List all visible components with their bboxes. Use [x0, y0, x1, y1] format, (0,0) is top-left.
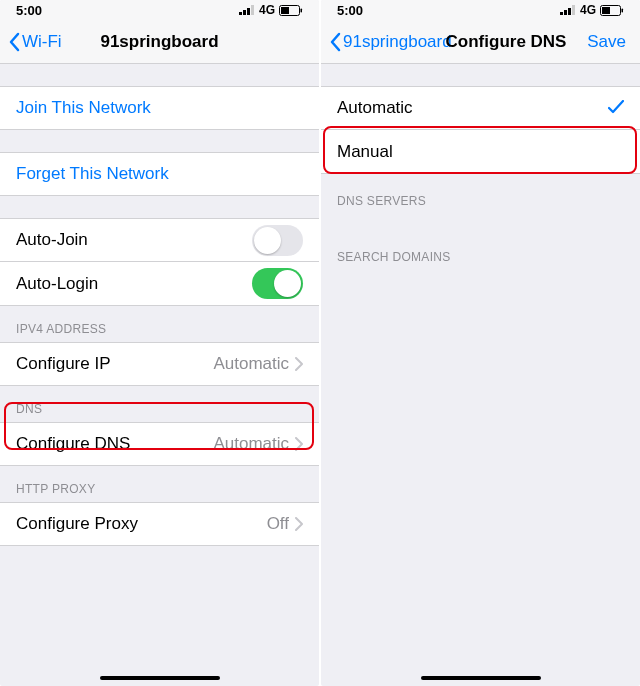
configure-ip-row[interactable]: Configure IP Automatic: [0, 342, 319, 386]
status-time: 5:00: [16, 3, 42, 18]
home-indicator[interactable]: [421, 676, 541, 680]
svg-rect-8: [564, 10, 567, 15]
option-automatic-label: Automatic: [337, 98, 413, 118]
join-network-button[interactable]: Join This Network: [0, 86, 319, 130]
signal-icon: [560, 5, 576, 15]
configure-proxy-value: Off: [267, 514, 289, 534]
save-button[interactable]: Save: [587, 32, 632, 52]
option-automatic[interactable]: Automatic: [321, 86, 640, 130]
chevron-right-icon: [295, 357, 303, 371]
status-right: 4G: [560, 3, 624, 17]
status-bar: 5:00 4G: [321, 0, 640, 20]
network-label: 4G: [259, 3, 275, 17]
dns-servers-header: DNS SERVERS: [321, 174, 640, 216]
svg-rect-12: [602, 7, 610, 14]
autojoin-row: Auto-Join: [0, 218, 319, 262]
autojoin-label: Auto-Join: [16, 230, 88, 250]
configure-dns-row[interactable]: Configure DNS Automatic: [0, 422, 319, 466]
svg-rect-5: [281, 7, 289, 14]
back-label: Wi-Fi: [22, 32, 62, 52]
svg-rect-7: [560, 12, 563, 15]
svg-rect-0: [239, 12, 242, 15]
page-title: 91springboard: [100, 32, 218, 52]
chevron-left-icon: [329, 32, 341, 52]
configure-proxy-label: Configure Proxy: [16, 514, 138, 534]
svg-rect-9: [568, 8, 571, 15]
dns-header: DNS: [0, 386, 319, 422]
configure-proxy-row[interactable]: Configure Proxy Off: [0, 502, 319, 546]
ipv4-header: IPV4 ADDRESS: [0, 306, 319, 342]
home-indicator[interactable]: [100, 676, 220, 680]
option-manual-label: Manual: [337, 142, 393, 162]
configure-dns-value: Automatic: [213, 434, 289, 454]
autojoin-toggle[interactable]: [252, 225, 303, 256]
search-domains-header: SEARCH DOMAINS: [321, 230, 640, 272]
page-title: Configure DNS: [446, 32, 567, 52]
svg-rect-1: [243, 10, 246, 15]
forget-label: Forget This Network: [16, 164, 169, 184]
status-bar: 5:00 4G: [0, 0, 319, 20]
chevron-right-icon: [295, 517, 303, 531]
autologin-toggle[interactable]: [252, 268, 303, 299]
configure-ip-label: Configure IP: [16, 354, 111, 374]
forget-network-button[interactable]: Forget This Network: [0, 152, 319, 196]
chevron-left-icon: [8, 32, 20, 52]
status-time: 5:00: [337, 3, 363, 18]
signal-icon: [239, 5, 255, 15]
checkmark-icon: [608, 98, 624, 119]
status-right: 4G: [239, 3, 303, 17]
autologin-label: Auto-Login: [16, 274, 98, 294]
svg-rect-3: [251, 5, 254, 15]
navigation-bar: 91springboard Configure DNS Save: [321, 20, 640, 64]
svg-rect-6: [301, 8, 303, 12]
proxy-header: HTTP PROXY: [0, 466, 319, 502]
configure-dns-label: Configure DNS: [16, 434, 130, 454]
autologin-row: Auto-Login: [0, 262, 319, 306]
phone-right: 5:00 4G 91springboard Configure DNS Save…: [321, 0, 640, 686]
network-label: 4G: [580, 3, 596, 17]
option-manual[interactable]: Manual: [321, 130, 640, 174]
join-label: Join This Network: [16, 98, 151, 118]
back-button[interactable]: 91springboard: [329, 32, 452, 52]
phone-left: 5:00 4G Wi-Fi 91springboard Join This Ne…: [0, 0, 319, 686]
configure-ip-value: Automatic: [213, 354, 289, 374]
navigation-bar: Wi-Fi 91springboard: [0, 20, 319, 64]
battery-icon: [279, 5, 303, 16]
back-label: 91springboard: [343, 32, 452, 52]
battery-icon: [600, 5, 624, 16]
svg-rect-10: [572, 5, 575, 15]
back-button[interactable]: Wi-Fi: [8, 32, 62, 52]
svg-rect-13: [622, 8, 624, 12]
chevron-right-icon: [295, 437, 303, 451]
svg-rect-2: [247, 8, 250, 15]
